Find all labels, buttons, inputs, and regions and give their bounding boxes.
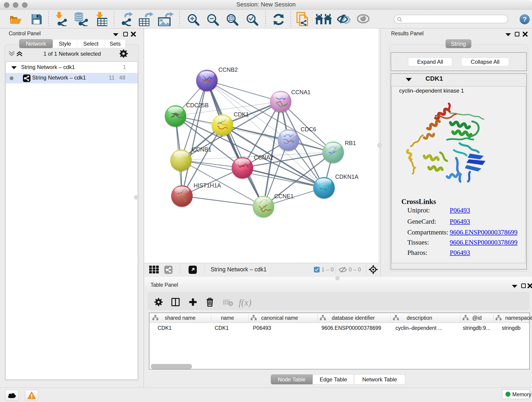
svg-text:CCNE1: CCNE1 [274,193,294,199]
svg-text:CDK1: CDK1 [234,111,249,118]
svg-text:CCNA2: CCNA2 [254,154,273,161]
svg-text:CCNB1: CCNB1 [192,146,211,153]
svg-text:CCNA1: CCNA1 [291,89,311,95]
svg-text:RB1: RB1 [345,140,356,146]
svg-text:CDKN1A: CDKN1A [335,173,359,180]
svg-text:HIST1H1A: HIST1H1A [194,182,221,189]
svg-text:CDC6: CDC6 [301,126,316,133]
svg-text:CDC25B: CDC25B [186,102,209,108]
svg-text:CCNB2: CCNB2 [218,66,238,73]
